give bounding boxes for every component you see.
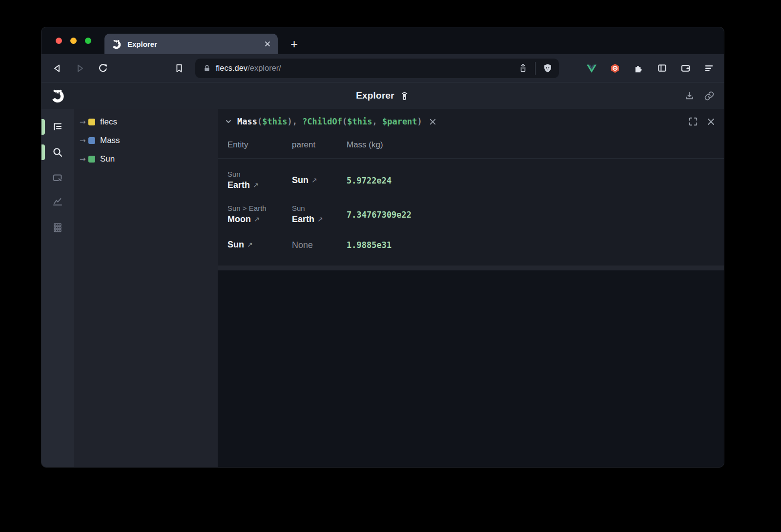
lock-icon	[203, 64, 211, 72]
query-results-panel: Mass($this), ?ChildOf($this, $parent)	[218, 109, 724, 467]
query-editor[interactable]: Mass($this), ?ChildOf($this, $parent)	[218, 109, 724, 131]
parent-link[interactable]: Sun↗	[292, 174, 347, 187]
inspector-icon[interactable]	[52, 172, 63, 184]
clear-query-icon[interactable]	[429, 118, 436, 125]
entity-name: Sun	[227, 240, 244, 249]
tree-item-label: flecs	[100, 117, 117, 127]
parent-name: Sun	[292, 175, 308, 185]
query-token: )	[417, 117, 422, 126]
entity-color-swatch	[88, 137, 95, 144]
new-tab-button[interactable]: +	[287, 34, 302, 54]
entity-link[interactable]: Moon↗	[227, 213, 292, 226]
tree-item-sun[interactable]: → Sun	[74, 150, 218, 168]
toolbar-divider	[535, 62, 535, 75]
minimize-window-button[interactable]	[70, 38, 77, 44]
brave-shields-icon[interactable]	[542, 63, 553, 74]
query-token: $this	[347, 117, 372, 126]
back-button[interactable]	[51, 62, 63, 74]
search-icon[interactable]	[52, 146, 63, 158]
column-header-mass: Mass (kg)	[347, 140, 724, 150]
tree-item-flecs[interactable]: → flecs	[74, 113, 218, 131]
wallet-icon[interactable]	[679, 62, 691, 74]
entity-color-swatch	[88, 156, 95, 163]
table-header-row: Entity parent Mass (kg)	[218, 131, 724, 159]
bookmark-icon[interactable]	[173, 62, 185, 74]
link-icon[interactable]	[704, 90, 715, 102]
external-link-icon: ↗	[311, 176, 317, 184]
mass-value: 7.34767309e22	[347, 210, 724, 220]
query-token: Mass	[237, 117, 257, 126]
query-token: (	[342, 117, 347, 126]
entity-name: Moon	[227, 214, 251, 224]
entity-link[interactable]: Sun↗	[227, 239, 292, 251]
column-header-entity: Entity	[227, 140, 292, 150]
url-path: /explorer/	[247, 63, 281, 73]
query-token: $parent	[382, 117, 417, 126]
table-row: Sun > Earth Moon↗ Sun Earth↗ 7.34767309e…	[218, 198, 724, 232]
vue-devtools-extension-icon[interactable]	[586, 62, 597, 74]
tree-view-icon[interactable]	[52, 121, 63, 133]
parent-cell: None	[292, 239, 347, 251]
table-body: Sun Earth↗ Sun↗ 5.9722e24 Sun > Earth	[218, 159, 724, 256]
entity-link[interactable]: Earth↗	[227, 179, 292, 192]
external-link-icon: ↗	[253, 181, 259, 189]
log-rows-icon[interactable]	[52, 222, 63, 233]
close-panel-icon[interactable]	[707, 118, 715, 126]
entity-tree-panel: → flecs → Mass → Sun	[74, 109, 218, 467]
tree-item-mass[interactable]: → Mass	[74, 131, 218, 150]
query-token: (	[257, 117, 262, 126]
tab-favicon-flecs-icon	[111, 39, 122, 49]
sidebar-toggle-icon[interactable]	[656, 62, 668, 74]
parent-cell: Sun↗	[292, 174, 347, 187]
expand-arrow-icon[interactable]: →	[80, 118, 88, 126]
fullscreen-icon[interactable]	[688, 117, 698, 126]
browser-tab-explorer[interactable]: Explorer	[104, 34, 278, 54]
parent-cell: Sun Earth↗	[292, 204, 347, 226]
browser-window: Explorer +	[41, 27, 724, 468]
parent-link[interactable]: Earth↗	[292, 213, 347, 226]
entity-name: Earth	[227, 180, 250, 190]
explorer-app-header: Explorer	[41, 82, 724, 109]
entity-cell: Sun > Earth Moon↗	[227, 204, 292, 226]
external-link-icon: ↗	[317, 215, 323, 223]
main-content: → flecs → Mass → Sun	[41, 109, 724, 467]
expand-arrow-icon[interactable]: →	[80, 155, 88, 164]
query-panel-indicator	[41, 144, 45, 160]
expand-arrow-icon[interactable]: →	[80, 136, 88, 145]
chevron-down-icon[interactable]	[224, 117, 233, 126]
query-expression[interactable]: Mass($this), ?ChildOf($this, $parent)	[237, 117, 422, 126]
parent-name: Earth	[292, 214, 314, 224]
stats-chart-icon[interactable]	[52, 196, 63, 207]
entity-cell: Sun↗	[227, 239, 292, 251]
address-bar[interactable]: flecs.dev/explorer/	[195, 59, 559, 78]
table-row: Sun↗ None 1.9885e31	[218, 234, 724, 256]
browser-toolbar: flecs.dev/explorer/	[41, 54, 724, 82]
forward-button[interactable]	[74, 62, 86, 74]
parent-parent-path: Sun	[292, 204, 347, 213]
tab-title: Explorer	[127, 40, 157, 48]
extensions-puzzle-icon[interactable]	[633, 62, 644, 74]
hexagon-extension-icon[interactable]	[609, 62, 621, 74]
close-window-button[interactable]	[56, 38, 62, 44]
query-token: )	[287, 117, 292, 126]
zoom-window-button[interactable]	[85, 38, 91, 44]
panel-resize-handle[interactable]	[218, 266, 724, 270]
tree-item-label: Sun	[100, 154, 115, 164]
download-icon[interactable]	[684, 90, 695, 102]
query-token: ?ChildOf	[302, 117, 342, 126]
tab-close-icon[interactable]	[264, 41, 271, 47]
entity-parent-path: Sun > Earth	[227, 204, 292, 213]
mass-value: 1.9885e31	[347, 240, 724, 250]
extensions-group	[586, 62, 724, 74]
page-title: Explorer	[356, 90, 394, 101]
remote-connection-icon	[399, 91, 410, 101]
flecs-logo-icon	[50, 88, 65, 103]
entity-parent-path: Sun	[227, 169, 292, 179]
query-token: $this	[262, 117, 287, 126]
entity-color-swatch	[88, 119, 95, 125]
query-token: ,	[372, 117, 382, 126]
reload-button[interactable]	[97, 62, 109, 74]
share-icon[interactable]	[518, 63, 528, 73]
query-token: ,	[292, 117, 302, 126]
menu-icon[interactable]	[703, 62, 715, 74]
